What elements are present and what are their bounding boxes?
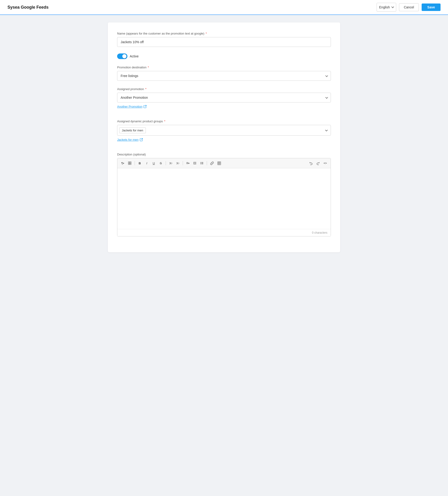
- language-selector[interactable]: English: [377, 3, 396, 12]
- indent-icon: [193, 162, 196, 165]
- undo-btn[interactable]: [308, 160, 314, 166]
- paragraph-btn[interactable]: ¶ ▾: [120, 160, 126, 166]
- product-groups-link[interactable]: Jackets for men: [117, 138, 143, 141]
- name-field-group: Name (appears for the customer as the pr…: [117, 32, 331, 47]
- editor-body[interactable]: [117, 168, 331, 229]
- underline-btn[interactable]: U: [151, 160, 157, 166]
- indent-btn[interactable]: [192, 160, 198, 166]
- language-label: English: [379, 5, 390, 9]
- cancel-button[interactable]: Cancel: [399, 3, 419, 11]
- svg-point-11: [200, 164, 201, 164]
- assigned-promotion-link[interactable]: Another Promotion: [117, 105, 147, 108]
- svg-rect-3: [130, 163, 131, 165]
- name-input[interactable]: [117, 37, 331, 47]
- table-btn[interactable]: [216, 160, 222, 166]
- product-groups-select[interactable]: Jackets for men: [117, 125, 331, 136]
- assigned-promotion-select[interactable]: Another Promotion Summer Sale Winter Dea…: [117, 93, 331, 102]
- save-button[interactable]: Save: [422, 3, 441, 11]
- description-group: Description (optional) ¶ ▾ B I U S X2 X2: [117, 153, 331, 236]
- editor-toolbar: ¶ ▾ B I U S X2 X2 ≡ ▾: [117, 158, 331, 168]
- active-toggle-group: Active: [117, 53, 331, 59]
- description-label: Description (optional): [117, 153, 331, 156]
- svg-point-9: [200, 163, 201, 163]
- redo-icon: [316, 162, 320, 165]
- active-toggle-label: Active: [130, 54, 139, 58]
- assigned-promotion-label: Assigned promotion *: [117, 87, 331, 91]
- undo-icon: [309, 162, 313, 165]
- svg-rect-13: [218, 162, 221, 165]
- promotion-destination-select[interactable]: Free listings Shopping ads Free listings…: [117, 71, 331, 81]
- name-field-label: Name (appears for the customer as the pr…: [117, 32, 331, 35]
- svg-point-7: [200, 162, 201, 162]
- toolbar-sep-4: [207, 161, 207, 165]
- link-btn[interactable]: [209, 160, 215, 166]
- product-groups-label: Assigned dynamic product groups *: [117, 120, 331, 123]
- rich-text-editor: ¶ ▾ B I U S X2 X2 ≡ ▾: [117, 158, 331, 236]
- product-groups-chevron-icon: [325, 129, 328, 131]
- list-icon: [200, 162, 203, 165]
- active-toggle[interactable]: [117, 53, 127, 59]
- app-title: Sysea Google Feeds: [7, 5, 48, 10]
- product-groups-external-link-icon: [140, 138, 143, 141]
- external-link-icon: [144, 105, 147, 108]
- promotion-destination-label: Promotion destination *: [117, 66, 331, 69]
- svg-rect-2: [128, 163, 130, 165]
- source-btn[interactable]: <>: [322, 160, 328, 166]
- link-icon: [210, 162, 214, 165]
- svg-rect-1: [130, 162, 131, 163]
- strikethrough-btn[interactable]: S: [158, 160, 164, 166]
- grid-icon: [128, 162, 131, 165]
- superscript-btn[interactable]: X2: [168, 160, 174, 166]
- app-header: Sysea Google Feeds English Cancel Save: [0, 0, 448, 15]
- main-content: Name (appears for the customer as the pr…: [100, 15, 348, 260]
- align-btn[interactable]: ≡ ▾: [185, 160, 191, 166]
- product-group-tag: Jackets for men: [119, 127, 146, 133]
- toolbar-right-actions: <>: [308, 160, 328, 166]
- italic-btn[interactable]: I: [144, 160, 150, 166]
- toolbar-sep-3: [183, 161, 183, 165]
- form-card: Name (appears for the customer as the pr…: [108, 22, 340, 252]
- assigned-promotion-select-wrapper: Another Promotion Summer Sale Winter Dea…: [117, 93, 331, 102]
- grid-btn[interactable]: [127, 160, 133, 166]
- header-actions: English Cancel Save: [377, 3, 441, 12]
- promotion-destination-select-wrapper: Free listings Shopping ads Free listings…: [117, 71, 331, 81]
- subscript-btn[interactable]: X2: [175, 160, 181, 166]
- toolbar-sep-2: [166, 161, 166, 165]
- editor-char-count: 0 characters: [117, 229, 331, 236]
- svg-rect-0: [128, 162, 130, 163]
- bold-btn[interactable]: B: [137, 160, 143, 166]
- language-chevron-icon: [391, 5, 394, 8]
- table-icon: [217, 162, 221, 165]
- redo-btn[interactable]: [315, 160, 321, 166]
- list-btn[interactable]: [199, 160, 205, 166]
- toggle-thumb: [122, 54, 126, 58]
- product-groups-field-group: Assigned dynamic product groups * Jacket…: [117, 120, 331, 146]
- assigned-promotion-group: Assigned promotion * Another Promotion S…: [117, 87, 331, 113]
- promotion-destination-group: Promotion destination * Free listings Sh…: [117, 66, 331, 81]
